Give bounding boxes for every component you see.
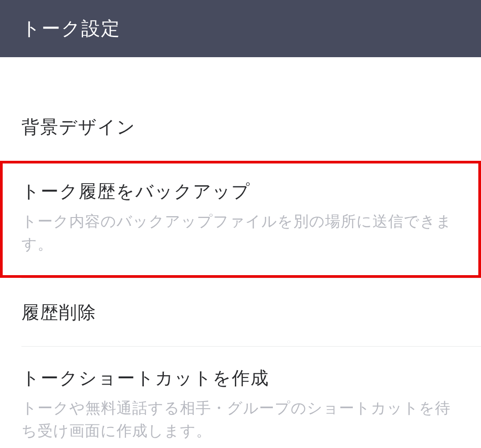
settings-item-delete-history[interactable]: 履歴削除: [0, 278, 481, 346]
settings-item-description: トーク内容のバックアップファイルを別の場所に送信できます。: [21, 210, 460, 255]
settings-item-title: トークショートカットを作成: [21, 365, 460, 390]
settings-item-background-design[interactable]: 背景デザイン: [0, 93, 481, 161]
settings-item-title: 履歴削除: [21, 300, 460, 325]
settings-content: 背景デザイン トーク履歴をバックアップ トーク内容のバックアップファイルを別の場…: [0, 57, 481, 448]
settings-item-title: トーク履歴をバックアップ: [21, 179, 460, 204]
settings-item-title: 背景デザイン: [21, 114, 460, 139]
settings-header: トーク設定: [0, 0, 481, 57]
header-title: トーク設定: [21, 18, 121, 39]
spacer: [0, 57, 481, 93]
settings-item-create-shortcut[interactable]: トークショートカットを作成 トークや無料通話する相手・グループのショートカットを…: [0, 347, 481, 448]
settings-item-backup-history[interactable]: トーク履歴をバックアップ トーク内容のバックアップファイルを別の場所に送信できま…: [3, 163, 478, 275]
highlighted-item-box: トーク履歴をバックアップ トーク内容のバックアップファイルを別の場所に送信できま…: [0, 161, 481, 278]
settings-item-description: トークや無料通話する相手・グループのショートカットを待ち受け画面に作成します。: [21, 397, 460, 442]
